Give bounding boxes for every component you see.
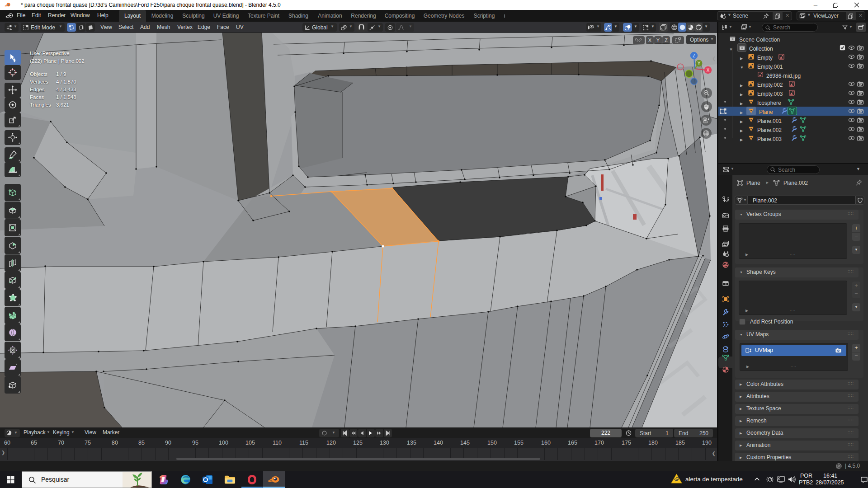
svg-text:Z: Z xyxy=(693,53,695,58)
svg-text:Y: Y xyxy=(698,61,701,66)
svg-text:X: X xyxy=(707,68,710,73)
